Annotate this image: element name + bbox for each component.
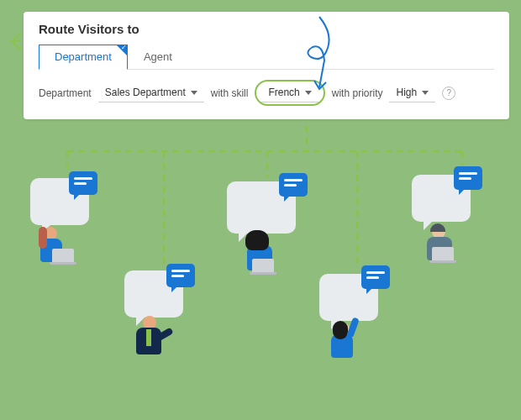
priority-label: with priority xyxy=(332,87,383,99)
panel-title: Route Visitors to xyxy=(39,22,494,36)
tab-department[interactable]: Department xyxy=(39,45,128,70)
chat-icon xyxy=(166,264,195,287)
skill-select[interactable]: French xyxy=(261,83,318,102)
check-icon xyxy=(116,45,128,56)
skill-label: with skill xyxy=(211,87,249,99)
priority-value: High xyxy=(396,87,417,98)
chevron-down-icon xyxy=(422,91,429,95)
department-label: Department xyxy=(39,87,92,99)
agent-5 xyxy=(412,175,471,222)
chat-icon xyxy=(361,265,390,289)
routing-tabs: Department Agent xyxy=(39,45,494,70)
chat-icon xyxy=(279,173,308,197)
tab-agent[interactable]: Agent xyxy=(128,45,188,69)
routing-panel: Route Visitors to Department Agent Depar… xyxy=(24,12,509,119)
priority-select[interactable]: High xyxy=(389,83,435,102)
agent-1 xyxy=(30,178,89,225)
department-select[interactable]: Sales Department xyxy=(98,83,204,102)
chevron-down-icon xyxy=(191,91,197,95)
chat-icon xyxy=(69,171,97,195)
agent-4 xyxy=(319,274,378,321)
tab-agent-label: Agent xyxy=(144,50,172,63)
chat-icon xyxy=(454,166,482,190)
help-icon[interactable]: ? xyxy=(442,87,455,100)
agent-2 xyxy=(124,270,183,318)
routing-row: Department Sales Department with skill F… xyxy=(39,80,494,106)
skill-highlight: French xyxy=(255,80,324,106)
agent-3 xyxy=(227,181,296,234)
agents-area xyxy=(0,134,521,420)
skill-value: French xyxy=(268,87,299,98)
tab-department-label: Department xyxy=(55,50,112,63)
department-value: Sales Department xyxy=(105,87,186,98)
chevron-down-icon xyxy=(305,91,312,95)
